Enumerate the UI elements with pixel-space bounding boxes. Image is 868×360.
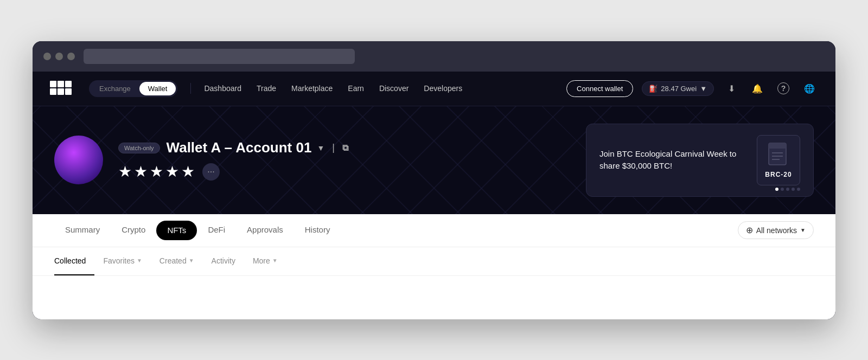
app-container: Exchange Wallet Dashboard Trade Marketpl… — [33, 72, 835, 319]
help-button[interactable]: ? — [775, 80, 792, 97]
tab-history[interactable]: History — [294, 214, 341, 247]
sub-tab-created[interactable]: Created ▼ — [151, 247, 203, 275]
promo-carousel-dots — [775, 188, 800, 191]
download-button[interactable]: ⬇ — [723, 80, 740, 97]
more-options-button[interactable]: ··· — [202, 163, 220, 181]
sub-tab-collected-label: Collected — [54, 256, 86, 265]
brc20-icon — [768, 142, 789, 166]
nav-divider — [190, 83, 191, 94]
profile-info: Watch-only Wallet A – Account 01 ▼ | ⧉ ★… — [118, 139, 348, 181]
promo-dot-5[interactable] — [797, 188, 800, 191]
favorites-dropdown-arrow: ▼ — [137, 258, 142, 263]
traffic-light-close[interactable] — [43, 53, 51, 60]
svg-rect-7 — [769, 143, 786, 149]
networks-filter: ⊕ All networks ▼ — [738, 221, 814, 239]
bell-icon: 🔔 — [752, 83, 763, 94]
connect-wallet-button[interactable]: Connect wallet — [566, 80, 633, 97]
tab-approvals[interactable]: Approvals — [236, 214, 294, 247]
traffic-lights — [43, 53, 75, 60]
nav-links: Dashboard Trade Marketplace Earn Discove… — [204, 83, 462, 93]
copy-address-icon[interactable]: ⧉ — [342, 143, 348, 153]
profile-content: Watch-only Wallet A – Account 01 ▼ | ⧉ ★… — [54, 136, 586, 184]
notifications-button[interactable]: 🔔 — [749, 80, 766, 97]
traffic-light-minimize[interactable] — [55, 53, 63, 60]
promo-card-text: Join BTC Ecological Carnival Week to sha… — [599, 148, 746, 172]
globe-icon: 🌐 — [804, 83, 815, 94]
created-dropdown-arrow: ▼ — [189, 258, 194, 263]
tab-crypto[interactable]: Crypto — [111, 214, 156, 247]
tab-defi[interactable]: DeFi — [197, 214, 236, 247]
tab-nfts[interactable]: NFTs — [156, 221, 197, 240]
logo[interactable] — [50, 81, 72, 96]
nav-link-trade[interactable]: Trade — [257, 84, 276, 93]
all-networks-label: All networks — [756, 226, 797, 235]
promo-dot-2[interactable] — [781, 188, 784, 191]
sub-tab-more-label: More — [253, 256, 270, 265]
sub-tab-activity-label: Activity — [212, 256, 235, 265]
traffic-light-maximize[interactable] — [67, 53, 75, 60]
sub-tab-favorites[interactable]: Favorites ▼ — [94, 247, 150, 275]
promo-badge-icon — [764, 142, 793, 169]
avatar — [54, 136, 103, 184]
tab-summary[interactable]: Summary — [54, 214, 111, 247]
all-networks-button[interactable]: ⊕ All networks ▼ — [738, 221, 814, 239]
nav-right: Connect wallet ⛽ 28.47 Gwei ▼ ⬇ 🔔 ? 🌐 — [566, 80, 818, 97]
address-bar[interactable] — [84, 49, 355, 64]
gas-pump-icon: ⛽ — [649, 85, 658, 93]
svg-rect-0 — [50, 81, 56, 87]
wallet-name-text: Wallet A – Account 01 — [167, 139, 312, 156]
main-tabs: Summary Crypto NFTs DeFi Approvals Histo… — [54, 214, 814, 247]
sub-tabs-section: Collected Favorites ▼ Created ▼ Activity… — [33, 247, 835, 276]
main-tabs-section: Summary Crypto NFTs DeFi Approvals Histo… — [33, 214, 835, 247]
gas-price-indicator[interactable]: ⛽ 28.47 Gwei ▼ — [642, 81, 714, 96]
navbar: Exchange Wallet Dashboard Trade Marketpl… — [33, 72, 835, 106]
profile-name-row: Watch-only Wallet A – Account 01 ▼ | ⧉ — [118, 139, 348, 156]
promo-badge: BRC-20 — [757, 135, 800, 185]
svg-rect-2 — [50, 88, 56, 95]
promo-dot-4[interactable] — [792, 188, 795, 191]
balance-value-hidden: ★★★★★ — [118, 163, 197, 181]
sub-tabs: Collected Favorites ▼ Created ▼ Activity… — [54, 247, 814, 275]
help-icon: ? — [777, 82, 789, 94]
profile-name: Wallet A – Account 01 ▼ | ⧉ — [167, 139, 348, 156]
sub-tab-more[interactable]: More ▼ — [244, 247, 286, 275]
networks-plus-icon: ⊕ — [746, 225, 753, 235]
browser-chrome — [33, 41, 835, 72]
gas-dropdown-arrow: ▼ — [700, 85, 707, 93]
content-area — [33, 276, 835, 319]
nav-link-marketplace[interactable]: Marketplace — [291, 84, 333, 93]
nav-link-developers[interactable]: Developers — [424, 84, 462, 93]
more-dropdown-arrow: ▼ — [272, 258, 278, 263]
profile-balance-row: ★★★★★ ··· — [118, 163, 348, 181]
sub-tab-favorites-label: Favorites — [103, 256, 135, 265]
sub-tab-created-label: Created — [159, 256, 187, 265]
sub-tab-collected[interactable]: Collected — [54, 247, 94, 275]
okx-logo-icon — [50, 81, 72, 96]
nav-link-earn[interactable]: Earn — [348, 84, 364, 93]
networks-dropdown-arrow: ▼ — [800, 227, 806, 233]
svg-rect-4 — [65, 81, 72, 87]
exchange-mode-button[interactable]: Exchange — [91, 82, 139, 95]
wallet-mode-button[interactable]: Wallet — [139, 82, 176, 95]
svg-rect-1 — [58, 81, 64, 87]
nav-link-dashboard[interactable]: Dashboard — [204, 84, 241, 93]
download-icon: ⬇ — [728, 83, 735, 94]
wallet-dropdown-arrow[interactable]: ▼ — [317, 144, 324, 152]
nav-link-discover[interactable]: Discover — [379, 84, 409, 93]
promo-badge-label: BRC-20 — [764, 171, 793, 178]
gas-price-value: 28.47 Gwei — [661, 85, 697, 93]
hero-section: Watch-only Wallet A – Account 01 ▼ | ⧉ ★… — [33, 106, 835, 214]
language-button[interactable]: 🌐 — [801, 80, 818, 97]
watch-only-badge: Watch-only — [118, 143, 160, 153]
promo-dot-1[interactable] — [775, 188, 778, 191]
sub-tab-activity[interactable]: Activity — [203, 247, 244, 275]
promo-card[interactable]: Join BTC Ecological Carnival Week to sha… — [586, 124, 814, 197]
mode-toggle: Exchange Wallet — [89, 80, 177, 97]
promo-dot-3[interactable] — [786, 188, 789, 191]
svg-rect-5 — [65, 88, 72, 95]
browser-window: Exchange Wallet Dashboard Trade Marketpl… — [33, 41, 835, 319]
svg-rect-3 — [58, 88, 64, 95]
